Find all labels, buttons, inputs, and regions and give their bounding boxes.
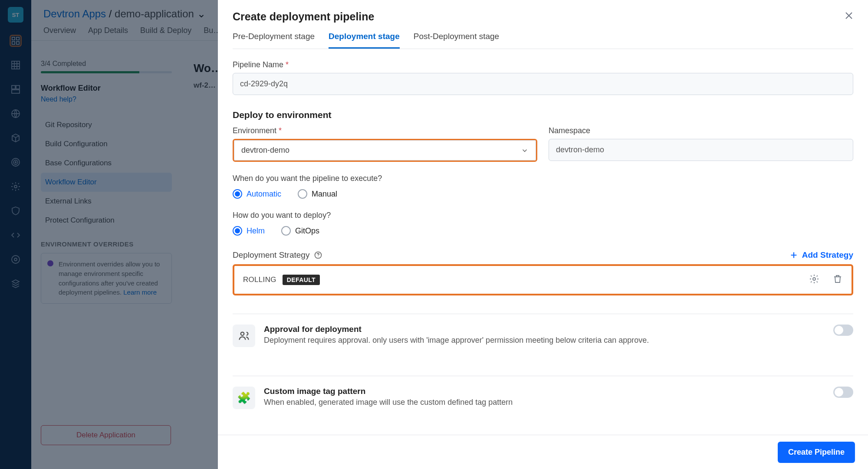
deployment-pipeline-panel: Create deployment pipeline Pre-Deploymen… bbox=[218, 0, 868, 469]
environment-value: devtron-demo bbox=[241, 146, 289, 155]
radio-manual[interactable]: Manual bbox=[298, 189, 337, 199]
execute-question: When do you want the pipeline to execute… bbox=[233, 174, 853, 183]
radio-helm-label: Helm bbox=[247, 226, 265, 236]
deploy-env-heading: Deploy to environment bbox=[233, 110, 853, 120]
strategy-delete-button[interactable] bbox=[832, 274, 843, 286]
namespace-label: Namespace bbox=[549, 126, 853, 135]
gear-icon bbox=[809, 274, 819, 284]
trash-icon bbox=[832, 274, 843, 284]
deployment-strategy-heading: Deployment Strategy bbox=[233, 250, 309, 260]
add-strategy-button[interactable]: Add Strategy bbox=[789, 250, 853, 260]
pipeline-name-label-text: Pipeline Name bbox=[233, 60, 283, 69]
approval-desc: Deployment requires approval. only users… bbox=[264, 336, 825, 345]
radio-icon bbox=[233, 189, 242, 199]
panel-title: Create deployment pipeline bbox=[233, 10, 853, 23]
strategy-settings-button[interactable] bbox=[809, 274, 819, 286]
approval-option: Approval for deployment Deployment requi… bbox=[233, 314, 853, 357]
tag-title: Custom image tag pattern bbox=[264, 387, 825, 396]
radio-gitops[interactable]: GitOps bbox=[281, 226, 319, 236]
approval-toggle[interactable] bbox=[833, 325, 853, 336]
tab-pre-deployment[interactable]: Pre-Deployment stage bbox=[233, 32, 315, 49]
environment-label-text: Environment bbox=[233, 126, 276, 135]
strategy-row: ROLLING DEFAULT bbox=[233, 264, 853, 295]
radio-helm[interactable]: Helm bbox=[233, 226, 265, 236]
tag-icon: 🧩 bbox=[233, 387, 255, 409]
tab-deployment[interactable]: Deployment stage bbox=[329, 32, 400, 49]
help-icon[interactable] bbox=[314, 251, 322, 259]
tag-toggle[interactable] bbox=[833, 387, 853, 398]
svg-point-18 bbox=[241, 332, 244, 335]
approval-title: Approval for deployment bbox=[264, 325, 825, 334]
create-pipeline-button[interactable]: Create Pipeline bbox=[778, 442, 855, 463]
tab-post-deployment[interactable]: Post-Deployment stage bbox=[414, 32, 500, 49]
environment-select[interactable]: devtron-demo bbox=[233, 139, 537, 162]
namespace-input[interactable] bbox=[549, 139, 853, 161]
deploy-question: How do you want to deploy? bbox=[233, 211, 853, 220]
users-icon bbox=[238, 330, 250, 342]
pipeline-name-label: Pipeline Name * bbox=[233, 60, 853, 69]
plus-icon bbox=[789, 250, 799, 260]
close-button[interactable] bbox=[844, 10, 854, 23]
radio-icon bbox=[298, 189, 307, 199]
tag-pattern-option: 🧩 Custom image tag pattern When enabled,… bbox=[233, 376, 853, 420]
pipeline-name-input[interactable] bbox=[233, 73, 853, 95]
radio-automatic-label: Automatic bbox=[247, 190, 281, 199]
panel-footer: Create Pipeline bbox=[218, 435, 868, 469]
default-badge: DEFAULT bbox=[283, 275, 320, 285]
svg-point-17 bbox=[813, 278, 815, 280]
radio-icon bbox=[233, 226, 242, 236]
stage-tabs: Pre-Deployment stage Deployment stage Po… bbox=[233, 32, 853, 49]
chevron-down-icon bbox=[521, 147, 529, 154]
strategy-name: ROLLING bbox=[243, 275, 276, 284]
radio-manual-label: Manual bbox=[312, 190, 337, 199]
svg-point-16 bbox=[318, 257, 319, 257]
environment-label: Environment * bbox=[233, 126, 537, 135]
radio-gitops-label: GitOps bbox=[295, 226, 319, 236]
radio-icon bbox=[281, 226, 291, 236]
add-strategy-label: Add Strategy bbox=[802, 250, 853, 260]
radio-automatic[interactable]: Automatic bbox=[233, 189, 281, 199]
close-icon bbox=[844, 10, 854, 21]
approval-icon-box bbox=[233, 325, 255, 347]
tag-desc: When enabled, generated image will use t… bbox=[264, 398, 825, 407]
